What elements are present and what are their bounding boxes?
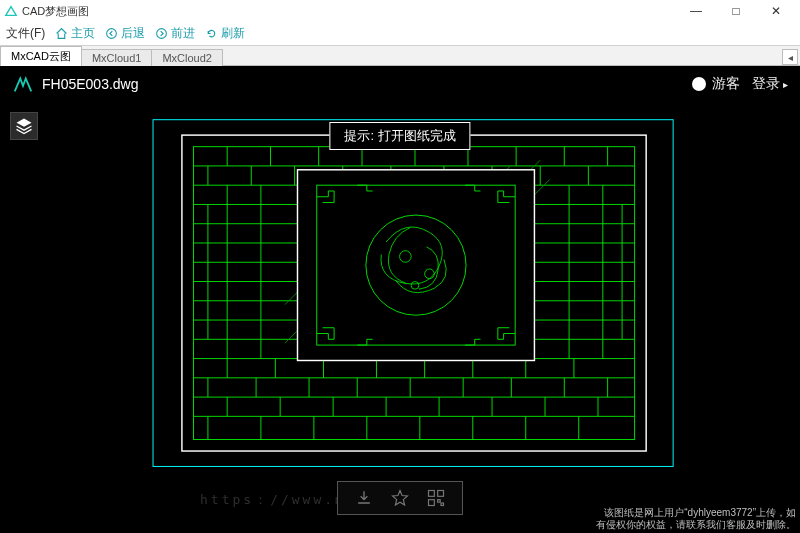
- favorite-button[interactable]: [390, 488, 410, 508]
- svg-rect-92: [441, 503, 444, 506]
- tab-scroll-left[interactable]: ◂: [782, 49, 798, 65]
- menu-file[interactable]: 文件(F): [6, 25, 45, 42]
- maximize-button[interactable]: □: [716, 0, 756, 22]
- qrcode-button[interactable]: [426, 488, 446, 508]
- menu-back[interactable]: 后退: [105, 25, 145, 42]
- download-icon: [354, 488, 374, 508]
- layers-button[interactable]: [10, 112, 38, 140]
- home-icon: [55, 27, 68, 40]
- svg-rect-91: [438, 500, 441, 503]
- svg-rect-89: [438, 491, 444, 497]
- disclaimer-text: 该图纸是网上用户“dyhlyeem3772”上传，如 有侵权你的权益，请联系我们…: [596, 507, 796, 531]
- tab-mxcloud2[interactable]: MxCloud2: [151, 49, 223, 66]
- star-icon: [390, 488, 410, 508]
- window-title: CAD梦想画图: [22, 4, 89, 19]
- filename-label: FH05E003.dwg: [42, 76, 139, 92]
- user-avatar-icon: [692, 77, 706, 91]
- refresh-icon: [205, 27, 218, 40]
- download-button[interactable]: [354, 488, 374, 508]
- layers-icon: [14, 116, 34, 136]
- guest-label: 游客: [712, 75, 740, 93]
- svg-rect-90: [429, 500, 435, 506]
- tab-mxcad-cloud[interactable]: MxCAD云图: [0, 46, 82, 66]
- viewer-logo-icon: [12, 73, 34, 95]
- svg-point-1: [157, 29, 167, 39]
- menu-refresh[interactable]: 刷新: [205, 25, 245, 42]
- arrow-left-icon: [105, 27, 118, 40]
- qrcode-icon: [426, 488, 446, 508]
- tab-mxcloud1[interactable]: MxCloud1: [81, 49, 153, 66]
- window-titlebar: CAD梦想画图 — □ ✕: [0, 0, 800, 22]
- bottom-toolbar: [337, 481, 463, 515]
- drawing-canvas[interactable]: [50, 112, 780, 478]
- hint-tooltip: 提示: 打开图纸完成: [329, 122, 470, 150]
- cad-viewer: FH05E003.dwg 游客 登录▸: [0, 66, 800, 533]
- menu-forward[interactable]: 前进: [155, 25, 195, 42]
- svg-rect-82: [297, 170, 534, 361]
- viewer-header: FH05E003.dwg 游客 登录▸: [0, 66, 800, 102]
- arrow-right-icon: [155, 27, 168, 40]
- tab-strip: MxCAD云图 MxCloud1 MxCloud2 ◂: [0, 46, 800, 66]
- app-icon: [4, 4, 18, 18]
- menu-home[interactable]: 主页: [55, 25, 95, 42]
- svg-point-0: [107, 29, 117, 39]
- menu-bar: 文件(F) 主页 后退 前进 刷新: [0, 22, 800, 46]
- close-button[interactable]: ✕: [756, 0, 796, 22]
- login-button[interactable]: 登录▸: [752, 75, 788, 93]
- minimize-button[interactable]: —: [676, 0, 716, 22]
- svg-rect-88: [429, 491, 435, 497]
